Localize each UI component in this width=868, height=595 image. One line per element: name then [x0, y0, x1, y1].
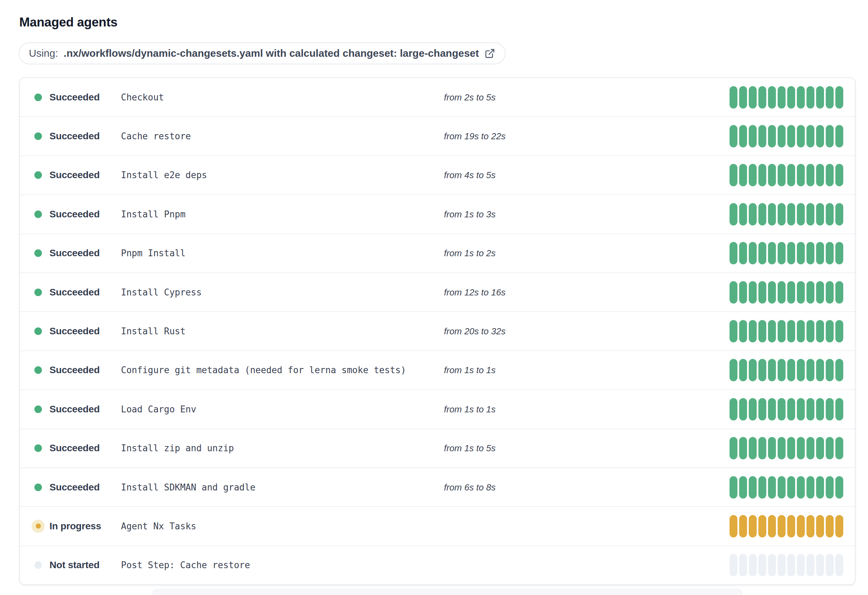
agent-step-row[interactable]: Succeeded Install SDKMAN and gradle from… — [20, 468, 855, 506]
progress-segment — [826, 86, 834, 108]
progress-segment — [749, 476, 757, 498]
step-duration: from 19s to 22s — [444, 131, 505, 142]
agent-step-row[interactable]: Succeeded Install Cypress from 12s to 16… — [20, 272, 855, 311]
progress-segment — [797, 281, 805, 303]
status-label: Succeeded — [49, 404, 100, 415]
progress-segment — [759, 203, 766, 225]
progress-segment — [768, 125, 776, 148]
status-dot — [34, 171, 42, 179]
status-dot — [34, 210, 42, 218]
agent-step-row[interactable]: Not started Post Step: Cache restore — [20, 545, 855, 584]
progress-segments — [729, 554, 843, 576]
status-label: Succeeded — [49, 248, 100, 259]
progress-segment — [816, 515, 824, 537]
step-name: Install e2e deps — [121, 170, 207, 180]
progress-segment — [759, 515, 766, 537]
progress-segment — [797, 515, 805, 537]
status-dot — [34, 522, 42, 530]
progress-segment — [759, 281, 766, 303]
agent-step-row[interactable]: Succeeded Cache restore from 19s to 22s — [20, 116, 855, 155]
status-dot-core — [34, 249, 42, 257]
progress-segment — [806, 398, 814, 420]
progress-segment — [806, 242, 814, 265]
agent-step-row[interactable]: Succeeded Install zip and unzip from 1s … — [20, 429, 855, 468]
progress-segment — [836, 281, 843, 303]
agent-step-row[interactable]: Succeeded Load Cargo Env from 1s to 1s — [20, 389, 855, 428]
progress-segment — [797, 359, 805, 382]
progress-segment — [739, 164, 747, 186]
progress-segment — [778, 242, 785, 265]
progress-segment — [749, 515, 757, 537]
status-dot-core — [34, 327, 42, 335]
progress-segment — [759, 476, 766, 498]
progress-segment — [749, 203, 757, 225]
progress-segment — [787, 437, 795, 459]
next-section-peek — [152, 589, 742, 595]
progress-segment — [778, 515, 785, 537]
progress-segment — [729, 554, 737, 576]
progress-segment — [768, 437, 776, 459]
workflow-config-path: .nx/workflows/dynamic-changesets.yaml wi… — [63, 47, 479, 59]
progress-segment — [749, 86, 757, 108]
progress-segment — [806, 437, 814, 459]
progress-segment — [816, 320, 824, 343]
status-dot-core — [34, 171, 42, 179]
step-name: Install zip and unzip — [121, 443, 234, 453]
progress-segment — [768, 359, 776, 382]
agent-step-row[interactable]: Succeeded Pnpm Install from 1s to 2s — [20, 234, 855, 272]
progress-segment — [768, 320, 776, 343]
status-label: Succeeded — [49, 482, 100, 493]
progress-segment — [806, 86, 814, 108]
progress-segment — [729, 86, 737, 108]
progress-segment — [836, 164, 843, 186]
status-dot-core — [34, 132, 42, 140]
progress-segment — [778, 398, 785, 420]
step-name: Cache restore — [121, 131, 191, 141]
progress-segments — [729, 125, 843, 148]
step-name: Install Rust — [121, 326, 186, 336]
status-dot — [34, 561, 42, 569]
status-dot — [34, 366, 42, 374]
progress-segment — [787, 476, 795, 498]
status-dot-core — [34, 444, 42, 452]
agent-step-row[interactable]: Succeeded Configure git metadata (needed… — [20, 351, 855, 389]
agent-step-row[interactable]: Succeeded Install e2e deps from 4s to 5s — [20, 155, 855, 194]
progress-segment — [749, 437, 757, 459]
page-title: Managed agents — [19, 15, 118, 30]
progress-segment — [787, 203, 795, 225]
progress-segments — [729, 515, 843, 537]
workflow-config-link[interactable]: Using: .nx/workflows/dynamic-changesets.… — [19, 42, 505, 64]
progress-segment — [826, 398, 834, 420]
progress-segment — [797, 164, 805, 186]
progress-segment — [778, 125, 785, 148]
agent-step-row[interactable]: Succeeded Install Pnpm from 1s to 3s — [20, 194, 855, 233]
progress-segments — [729, 437, 843, 459]
status-label: Not started — [49, 559, 100, 571]
progress-segment — [787, 86, 795, 108]
progress-segment — [778, 554, 785, 576]
progress-segment — [816, 86, 824, 108]
progress-segments — [729, 164, 843, 186]
progress-segments — [729, 359, 843, 382]
progress-segment — [729, 476, 737, 498]
agents-list: Succeeded Checkout from 2s to 5s Succeed… — [19, 77, 856, 585]
progress-segment — [759, 554, 766, 576]
status-dot — [34, 444, 42, 452]
progress-segment — [806, 515, 814, 537]
status-label: Succeeded — [49, 443, 100, 454]
progress-segment — [836, 86, 843, 108]
progress-segment — [787, 554, 795, 576]
status-dot — [34, 406, 42, 413]
agent-step-row[interactable]: Succeeded Install Rust from 20s to 32s — [20, 311, 855, 350]
step-duration: from 12s to 16s — [444, 287, 505, 298]
status-dot — [34, 249, 42, 257]
agent-step-row[interactable]: In progress Agent Nx Tasks — [20, 506, 855, 545]
step-name: Install SDKMAN and gradle — [121, 482, 255, 493]
progress-segment — [816, 437, 824, 459]
progress-segment — [768, 281, 776, 303]
progress-segment — [729, 320, 737, 343]
progress-segment — [729, 203, 737, 225]
status-dot — [34, 93, 42, 101]
progress-segment — [749, 164, 757, 186]
agent-step-row[interactable]: Succeeded Checkout from 2s to 5s — [20, 78, 855, 116]
